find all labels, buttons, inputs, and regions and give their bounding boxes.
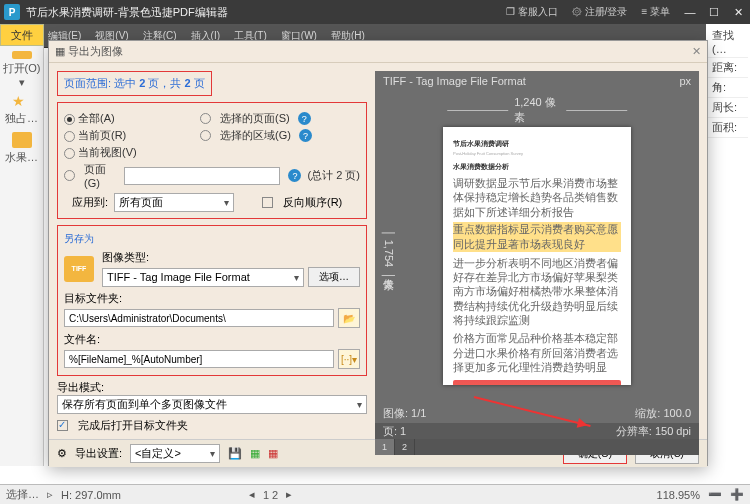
area-label: 面积: xyxy=(708,118,748,138)
export-image-dialog: ▦ 导出为图像 ✕ 页面范围: 选中 2 页，共 2 页 全部(A) 选择的页面… xyxy=(48,40,708,466)
support-link[interactable]: ❐ 客服入口 xyxy=(506,5,558,19)
options-button[interactable]: 选项… xyxy=(308,267,360,287)
tiff-icon: TIFF xyxy=(64,256,94,282)
login-link[interactable]: ۞ 注册/登录 xyxy=(572,5,628,19)
open-after-checkbox[interactable] xyxy=(57,420,68,431)
page-range-summary: 页面范围: 选中 2 页，共 2 页 xyxy=(57,71,212,96)
help-icon[interactable]: ? xyxy=(298,112,311,125)
open-button[interactable]: 打开(O)▾ xyxy=(2,51,42,89)
save-preset-icon[interactable]: 💾 xyxy=(228,447,242,460)
export-settings-label: 导出设置: xyxy=(75,446,122,461)
preview-zoom: 缩放: 100.0 xyxy=(635,406,691,421)
tool-indicator: 选择… xyxy=(6,487,39,502)
window-titlebar: P 节后水果消费调研-背景色迅捷PDF编辑器 ❐ 客服入口 ۞ 注册/登录 ≡ … xyxy=(0,0,750,24)
apply-select[interactable]: 所有页面 xyxy=(114,193,234,212)
perimeter-label: 周长: xyxy=(708,98,748,118)
add-preset-icon[interactable]: ▦ xyxy=(250,447,260,460)
preview-page-index: 页: 1 xyxy=(383,424,406,439)
filename-input[interactable] xyxy=(64,350,334,368)
dialog-close-icon[interactable]: ✕ xyxy=(692,45,701,58)
left-sidebar: 打开(O)▾ ★独占… 水果… xyxy=(0,46,44,466)
status-bar: 选择… ▹ H: 297.0mm ◂1 2▸ 118.95% ➖ ➕ xyxy=(0,484,750,504)
delete-preset-icon[interactable]: ▦ xyxy=(268,447,278,460)
save-legend: 另存为 xyxy=(64,232,360,246)
zoom-in-icon[interactable]: ➕ xyxy=(730,488,744,501)
mode-label: 导出模式: xyxy=(57,380,104,395)
preview-page: 节后水果消费调研 Post-Holiday Fruit Consumption … xyxy=(443,127,631,385)
help-icon-3[interactable]: ? xyxy=(288,169,301,182)
filename-macro-icon[interactable]: [··]▾ xyxy=(338,349,360,369)
app-icon: P xyxy=(4,4,20,20)
preview-pane: TIFF - Tag Image File Format px 1,240 像素… xyxy=(375,71,699,439)
preview-format: TIFF - Tag Image File Format xyxy=(383,75,526,87)
page-range-options: 全部(A) 选择的页面(S)? 当前页(R) 选择的区域(G)? 当前视图(V)… xyxy=(57,102,367,219)
dialog-icon: ▦ xyxy=(55,45,65,58)
export-mode-select[interactable]: 保存所有页面到单个多页图像文件 xyxy=(57,395,367,414)
preview-tabs[interactable]: 1 2 xyxy=(375,439,699,455)
zoom-indicator: 118.95% xyxy=(657,489,700,501)
export-preset-select[interactable]: <自定义> xyxy=(130,444,220,463)
minimize-icon[interactable]: — xyxy=(682,6,698,19)
preview-unit: px xyxy=(679,75,691,87)
hamburger-menu[interactable]: ≡ 菜单 xyxy=(641,5,670,19)
dialog-title: 导出为图像 xyxy=(68,44,123,59)
radio-all[interactable] xyxy=(64,114,75,125)
preview-resolution: 分辨率: 150 dpi xyxy=(616,424,691,439)
favorite-button[interactable]: ★独占… xyxy=(2,90,42,128)
radio-page[interactable] xyxy=(64,170,75,181)
folder-label: 目标文件夹: xyxy=(64,292,122,304)
gear-icon[interactable]: ⚙ xyxy=(57,447,67,460)
type-label: 图像类型: xyxy=(102,251,149,263)
help-icon-2[interactable]: ? xyxy=(299,129,312,142)
preview-chart: 全真模拟水果店际涨幅 48.9%同比涨 40.6%销售量 3.1K xyxy=(453,380,621,385)
file-menu-button[interactable]: 文件 xyxy=(0,24,44,46)
tab-2[interactable]: 2 xyxy=(395,439,415,455)
doc-tab[interactable]: 水果… xyxy=(2,129,42,167)
save-as-group: 另存为 TIFF 图像类型: TIFF - Tag Image File For… xyxy=(57,225,367,376)
folder-input[interactable] xyxy=(64,309,334,327)
window-title: 节后水果消费调研-背景色迅捷PDF编辑器 xyxy=(26,5,506,20)
tab-1[interactable]: 1 xyxy=(375,439,395,455)
radio-selected-pages[interactable] xyxy=(200,113,211,124)
preview-image-index: 图像: 1/1 xyxy=(383,406,426,421)
filename-label: 文件名: xyxy=(64,333,100,345)
radio-view[interactable] xyxy=(64,148,75,159)
right-panel: 查找(… 距离: 角: 周长: 面积: xyxy=(706,24,750,64)
zoom-out-icon[interactable]: ➖ xyxy=(708,488,722,501)
angle-label: 角: xyxy=(708,78,748,98)
maximize-icon[interactable]: ☐ xyxy=(706,6,722,19)
apply-label: 应用到: xyxy=(64,195,108,210)
distance-label: 距离: xyxy=(708,58,748,78)
reverse-checkbox[interactable] xyxy=(262,197,273,208)
radio-current[interactable] xyxy=(64,131,75,142)
radio-region[interactable] xyxy=(200,130,211,141)
height-indicator: H: 297.0mm xyxy=(61,489,121,501)
close-icon[interactable]: ✕ xyxy=(730,6,746,19)
find-label[interactable]: 查找(… xyxy=(708,26,748,58)
image-type-select[interactable]: TIFF - Tag Image File Format xyxy=(102,268,304,287)
open-after-label: 完成后打开目标文件夹 xyxy=(78,418,188,433)
total-pages: (总计 2 页) xyxy=(307,168,360,183)
browse-folder-icon[interactable]: 📂 xyxy=(338,308,360,328)
page-input[interactable] xyxy=(124,167,280,185)
